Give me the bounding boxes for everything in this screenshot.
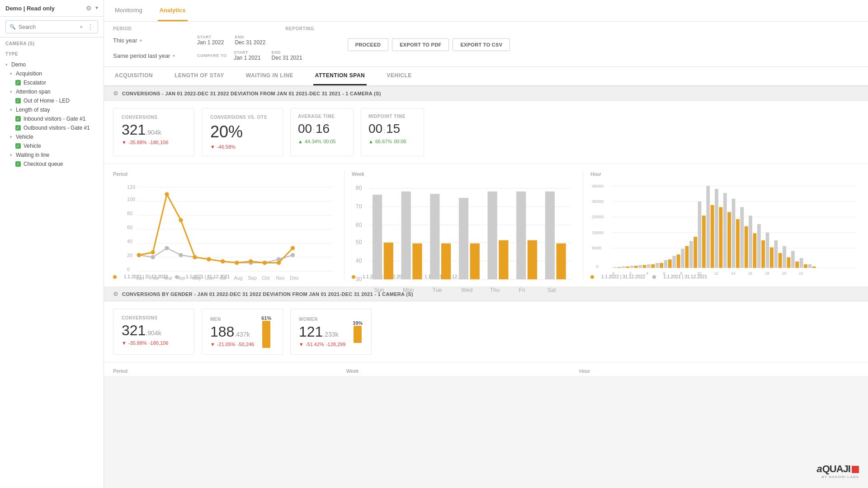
section1-gear-icon[interactable]: ⚙ [113,90,118,97]
tab-length-of-stay[interactable]: LENGTH OF STAY [173,67,226,85]
period-chart-svg: 120 100 80 60 40 20 0 [113,180,337,292]
tab-monitoring[interactable]: Monitoring [113,0,144,21]
compare-arrow-icon: ▾ [173,53,175,58]
sidebar-item-waiting-in-line[interactable]: ▾ Waiting in line [0,150,104,160]
avg-main: 00 [298,122,312,136]
compare-label: Same period last year [113,52,170,59]
tab-acquisition[interactable]: ACQUISITION [113,67,155,85]
search-input[interactable] [19,24,77,30]
checkbox-icon[interactable] [15,80,21,85]
svg-text:Sat: Sat [547,287,556,293]
sidebar-item-label: Waiting in line [16,152,49,158]
s2-conv-pct: -35.88% [128,340,147,346]
svg-rect-97 [630,266,634,268]
avg-change: ▲ 44.34% 00:05 [298,139,346,144]
svg-rect-127 [685,246,689,267]
sidebar-item-attention-span[interactable]: ▾ Attention span [0,87,104,96]
export-pdf-button[interactable]: EXPORT TO PDF [392,38,449,51]
arrow-icon: ▾ [10,153,12,157]
svg-rect-105 [698,202,702,268]
men-label: MEN [210,317,254,322]
s2-period-title-block: Period [113,368,346,374]
sidebar-item-checkout-queue[interactable]: Checkout queue [0,160,104,169]
men-suffix: k [247,331,250,338]
this-year-label: This year [113,37,137,44]
sidebar-item-outbound[interactable]: Outbound visitors - Gate #1 [0,123,104,132]
export-csv-button[interactable]: EXPORT TO CSV [453,38,510,51]
svg-point-26 [137,253,141,257]
checkbox-icon[interactable] [15,161,21,167]
this-year-select[interactable]: This year ▾ [113,37,190,44]
sidebar-item-inbound[interactable]: Inbound visitors - Gate #1 [0,114,104,123]
sidebar-item-escalator[interactable]: Escalator [0,78,104,87]
sidebar-item-vehicle-cam[interactable]: Vehicle [0,141,104,150]
start-value: Jan 1 2022 [197,39,224,46]
svg-rect-129 [702,216,706,268]
svg-text:Mon: Mon [403,287,414,293]
svg-rect-100 [656,263,659,268]
svg-rect-136 [761,240,765,268]
sidebar-item-out-of-home[interactable]: Out of Home - LED [0,96,104,105]
svg-text:35000: 35000 [592,199,604,204]
main-content: Monitoring Analytics PERIOD REPORTING Th… [104,0,868,488]
sidebar-item-demo[interactable]: ▾ Demo [0,60,104,69]
svg-point-32 [221,259,225,263]
conversions-main: 321 [122,122,146,138]
men-change: ▼ -21.05% -50,246 [210,342,254,347]
analytics-tabs: ACQUISITION LENGTH OF STAY WAITING IN LI… [104,67,868,86]
tab-waiting-in-line[interactable]: WAITING IN LINE [244,67,295,85]
svg-point-34 [249,259,253,263]
sidebar-item-vehicle[interactable]: ▾ Vehicle [0,132,104,141]
compare-dates: START Jan 1 2021 END Dec 31 2021 [234,50,302,61]
this-year-start: START Jan 1 2022 [197,35,224,46]
s2-conv-decimal: .904 [146,329,158,337]
s2-week-chart-title: Week [346,368,359,374]
search-dropdown-icon[interactable]: ▾ [80,24,82,29]
svg-text:22: 22 [799,271,803,276]
svg-rect-138 [778,253,782,268]
women-down-icon: ▼ [299,342,304,347]
sidebar-item-label: Vehicle [24,143,41,149]
s2-week-title-block: Week [346,368,580,374]
sidebar-item-label: Outbound visitors - Gate #1 [24,125,90,131]
tab-analytics[interactable]: Analytics [158,0,188,21]
charts-row-1: Period 120 100 80 60 40 20 0 [104,164,868,287]
sidebar-item-label: Demo [11,61,26,68]
svg-text:Thu: Thu [490,287,500,293]
s2-hour-chart-title: Hour [579,368,590,374]
s2-conv-main: 321 [122,322,146,338]
svg-text:60: 60 [127,225,132,230]
compare-period-select[interactable]: Same period last year ▾ [113,52,190,59]
ots-label: CONVERSIONS VS. OTS [210,115,274,120]
sidebar-item-length-of-stay[interactable]: ▾ Length of stay [0,105,104,114]
more-options-icon[interactable]: ⋮ [87,23,94,31]
sidebar-tree: ▾ Demo ▾ Acquisition Escalator ▾ Attenti… [0,58,104,488]
svg-text:Mar: Mar [164,275,173,281]
sidebar-item-acquisition[interactable]: ▾ Acquisition [0,69,104,78]
checkbox-icon[interactable] [15,116,21,122]
svg-rect-74 [545,192,555,279]
svg-text:80: 80 [356,185,362,191]
svg-rect-64 [401,192,411,279]
conversions-decimal: .904 [146,129,158,136]
svg-rect-110 [740,207,744,267]
ots-value: 20% [210,122,274,141]
checkbox-icon[interactable] [15,125,21,131]
settings-icon[interactable]: ⚙ [86,5,92,12]
search-icon: 🔍 [9,24,16,30]
tab-vehicle[interactable]: VEHICLE [385,67,414,85]
s2-women-card: WOMEN 121.233k ▼ -51.42% -128,299 39% [290,309,372,355]
checkbox-icon[interactable] [15,143,21,149]
proceed-button[interactable]: PROCEED [348,38,389,51]
logo-text: aQUAJI [817,463,859,475]
checkbox-icon[interactable] [15,98,21,103]
tab-attention-span[interactable]: ATTENTION SPAN [313,67,367,85]
women-pct: -51.42% [306,342,324,347]
men-value: 188.437k [210,324,254,339]
svg-text:80: 80 [127,211,132,216]
sidebar-title: Demo | Read only [5,5,55,12]
conversions-change: ▼ -35.88% -180,106 [122,140,186,145]
stats-row-2: CONVERSIONS 321.904k ▼ -35.88% -180,106 … [104,301,868,362]
svg-rect-130 [711,205,714,268]
chevron-down-icon[interactable]: ▾ [95,5,98,12]
